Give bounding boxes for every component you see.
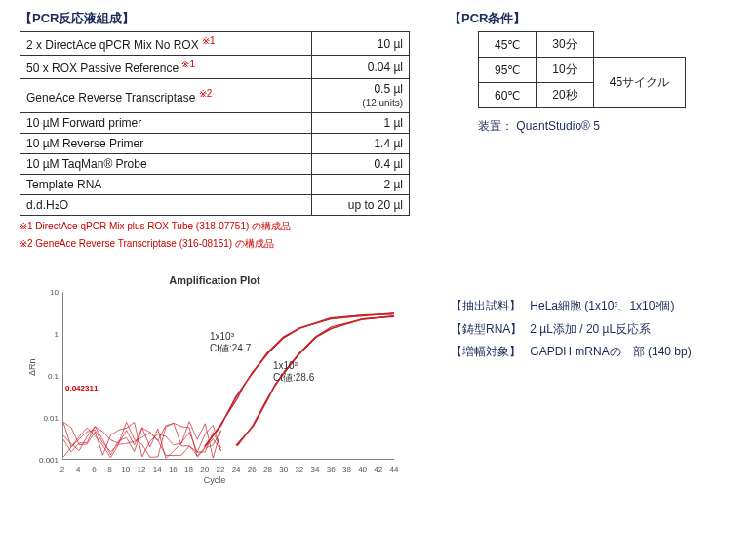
cond-time: 20秒: [537, 83, 593, 108]
cond-temp: 95℃: [479, 58, 537, 83]
table-row: 10 µM TaqMan® Probe0.4 µl: [20, 154, 410, 175]
table-row: Template RNA2 µl: [20, 175, 410, 195]
experiment-info: 【抽出試料】HeLa細胞 (1x10³、1x10²個) 【鋳型RNA】2 µL添…: [449, 294, 694, 483]
cond-cycles: 45サイクル: [593, 58, 685, 108]
annotation-1e3: 1x10³Ct値:24.7: [210, 331, 251, 354]
table-row: 10 µM Reverse Primer1.4 µl: [20, 134, 410, 154]
table-row: d.d.H₂Oup to 20 µl: [20, 195, 410, 216]
threshold-label: 0.042311: [65, 384, 98, 392]
cond-temp: 45℃: [479, 32, 537, 58]
table-row: GeneAce Reverse Transcriptase ※20.5 µl(1…: [20, 79, 410, 113]
cond-temp: 60℃: [479, 83, 537, 108]
annotation-1e2: 1x10²Ct値:28.6: [273, 360, 314, 384]
footnote-1: ※1 DirectAce qPCR Mix plus ROX Tube (318…: [20, 220, 410, 233]
table-row: 10 µM Forward primer1 µl: [20, 113, 410, 134]
cond-title: 【PCR条件】: [449, 10, 722, 27]
amplification-plot: Amplification Plot ΔRn Cycle 0.042311 1x…: [20, 274, 410, 483]
cond-time: 30分: [537, 32, 593, 58]
footnote-2: ※2 GeneAce Reverse Transcriptase (316-08…: [20, 237, 410, 251]
pcr-mix-table: 2 x DirectAce qPCR Mix No ROX ※110 µl50 …: [20, 31, 410, 216]
equipment: 装置： QuantStudio® 5: [478, 118, 722, 135]
table-row: 2 x DirectAce qPCR Mix No ROX ※110 µl: [20, 32, 410, 56]
mix-title: 【PCR反応液組成】: [20, 10, 410, 27]
x-axis-label: Cycle: [204, 475, 226, 485]
cond-time: 10分: [537, 58, 593, 83]
chart-title: Amplification Plot: [20, 274, 410, 286]
pcr-cond-table: 45℃ 30分 95℃ 10分 45サイクル 60℃ 20秒: [478, 31, 686, 108]
table-row: 50 x ROX Passive Reference ※10.04 µl: [20, 56, 410, 79]
